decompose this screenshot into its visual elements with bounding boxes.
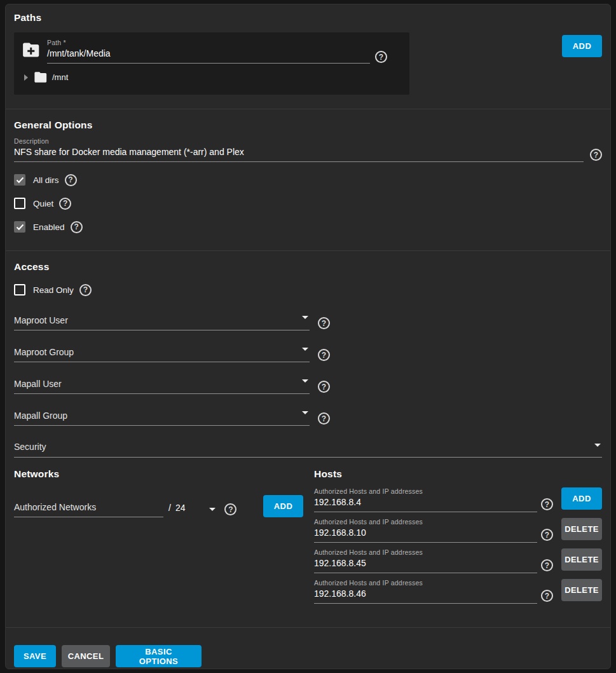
tree-node-label: /mnt [52, 72, 68, 82]
authorized-host-field[interactable]: Authorized Hosts and IP addresses 192.16… [314, 487, 537, 512]
help-icon[interactable] [224, 503, 236, 515]
checkbox-label: Quiet [33, 199, 53, 208]
host-row: Authorized Hosts and IP addresses 192.16… [314, 518, 602, 543]
chevron-down-icon [302, 411, 308, 414]
paths-heading: Paths [14, 12, 602, 24]
section-paths: Paths Path * /mnt/tank/Media [6, 4, 610, 109]
host-delete-button[interactable]: DELETE [561, 579, 602, 601]
help-icon[interactable] [541, 529, 553, 541]
help-icon[interactable] [318, 349, 330, 361]
cidr-separator: / [168, 503, 171, 513]
networks-add-button[interactable]: ADD [263, 495, 303, 517]
access-heading: Access [14, 261, 602, 273]
read-only-checkbox[interactable] [14, 284, 25, 296]
help-icon[interactable] [541, 498, 553, 510]
help-icon[interactable] [318, 412, 330, 425]
help-icon[interactable] [541, 559, 553, 571]
create-new-folder-icon[interactable] [22, 41, 41, 61]
all-dirs-checkbox[interactable] [14, 174, 25, 186]
host-row: Authorized Hosts and IP addresses 192.16… [314, 579, 602, 604]
help-icon[interactable] [59, 198, 71, 210]
networks-heading: Networks [14, 468, 303, 480]
netmask-select[interactable]: 24 [175, 503, 216, 517]
path-picker-panel: Path * /mnt/tank/Media /mnt [14, 32, 409, 95]
help-icon[interactable] [65, 174, 77, 186]
mapall-user-select[interactable]: Mapall User [14, 378, 310, 394]
basic-options-button[interactable]: BASIC OPTIONS [116, 645, 202, 667]
maproot-group-select[interactable]: Maproot Group [14, 346, 310, 362]
checkbox-label: Read Only [33, 285, 74, 295]
enabled-checkbox[interactable] [14, 221, 25, 233]
authorized-host-field[interactable]: Authorized Hosts and IP addresses 192.16… [314, 579, 537, 604]
quiet-checkbox[interactable] [14, 198, 25, 209]
authorized-host-field[interactable]: Authorized Hosts and IP addresses 192.16… [314, 518, 537, 543]
host-row: Authorized Hosts and IP addresses 192.16… [314, 487, 602, 512]
chevron-down-icon [302, 379, 308, 383]
checkbox-row-all-dirs[interactable]: All dirs [14, 174, 602, 186]
chevron-down-icon [302, 316, 308, 319]
help-icon[interactable] [318, 381, 330, 393]
hosts-heading: Hosts [314, 468, 602, 480]
checkbox-row-quiet[interactable]: Quiet [14, 198, 602, 209]
general-options-heading: General Options [14, 119, 602, 131]
description-value[interactable]: NFS share for Docker media management (*… [14, 147, 584, 162]
networks-column: Networks Authorized Networks / 24 ADD [14, 468, 303, 609]
host-row: Authorized Hosts and IP addresses 192.16… [314, 548, 602, 573]
description-field[interactable]: Description NFS share for Docker media m… [14, 137, 584, 162]
help-icon[interactable] [71, 221, 83, 233]
form-actions: SAVE CANCEL BASIC OPTIONS [6, 628, 610, 667]
tree-node-mnt[interactable]: /mnt [22, 71, 402, 83]
checkbox-row-enabled[interactable]: Enabled [14, 221, 602, 233]
checkbox-row-read-only[interactable]: Read Only [14, 284, 602, 296]
host-delete-button[interactable]: DELETE [561, 548, 602, 571]
checkbox-label: All dirs [33, 175, 59, 185]
authorized-host-field[interactable]: Authorized Hosts and IP addresses 192.16… [314, 548, 537, 573]
help-icon[interactable] [318, 317, 330, 329]
nfs-share-form: Paths Path * /mnt/tank/Media [5, 4, 611, 669]
authorized-networks-field[interactable]: Authorized Networks [14, 502, 163, 517]
description-label: Description [14, 137, 584, 145]
help-icon[interactable] [590, 149, 602, 161]
section-general-options: General Options Description NFS share fo… [6, 109, 610, 251]
help-icon[interactable] [541, 590, 553, 602]
mapall-group-select[interactable]: Mapall Group [14, 410, 310, 426]
hosts-column: Hosts Authorized Hosts and IP addresses … [314, 468, 602, 609]
host-add-button[interactable]: ADD [561, 487, 602, 510]
host-delete-button[interactable]: DELETE [561, 518, 602, 540]
save-button[interactable]: SAVE [14, 645, 56, 667]
folder-icon [34, 71, 48, 83]
path-field-value[interactable]: /mnt/tank/Media [47, 48, 370, 64]
help-icon[interactable] [375, 51, 387, 63]
help-icon[interactable] [79, 284, 92, 296]
path-field-label: Path * [47, 39, 370, 46]
cancel-button[interactable]: CANCEL [62, 645, 110, 667]
checkbox-label: Enabled [33, 222, 65, 232]
expand-arrow-icon[interactable] [24, 74, 28, 81]
section-networks-hosts: Networks Authorized Networks / 24 ADD Ho… [6, 458, 610, 628]
chevron-down-icon [302, 348, 308, 351]
section-access: Access Read Only Maproot User Maproot Gr… [6, 251, 610, 458]
chevron-down-icon [594, 444, 601, 447]
maproot-user-select[interactable]: Maproot User [14, 315, 310, 330]
path-field[interactable]: Path * /mnt/tank/Media [47, 39, 370, 64]
chevron-down-icon [209, 508, 216, 511]
security-select[interactable]: Security [14, 441, 602, 458]
paths-add-button[interactable]: ADD [562, 35, 602, 57]
